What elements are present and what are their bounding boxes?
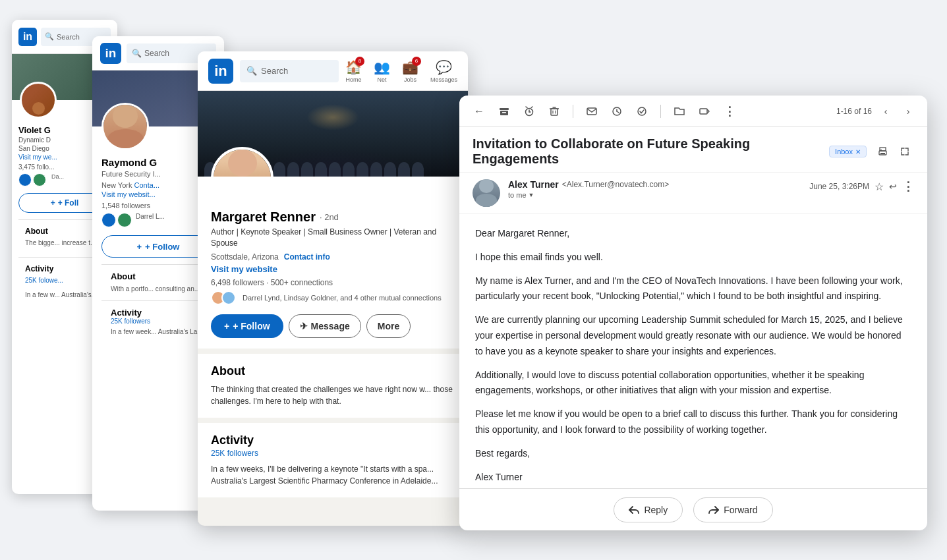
activity-text-2: In a few week... Australia's Lar... [111, 327, 206, 337]
follow-label-1: + Foll [58, 198, 79, 208]
svg-line-7 [531, 107, 532, 108]
contact-info-link[interactable]: Contact info [284, 252, 330, 262]
search-placeholder-1: Search [57, 33, 80, 41]
activity-followers-3: 25K followers [211, 449, 455, 458]
crowd-head [273, 162, 285, 177]
inbox-badge: Inbox ✕ [829, 146, 867, 157]
print-button[interactable] [873, 142, 892, 161]
nav-jobs[interactable]: 💼 6 Jobs [402, 59, 418, 83]
card3-activity-section: Activity 25K followers In a few weeks, I… [198, 423, 468, 497]
svg-point-17 [638, 107, 646, 115]
search-placeholder-3: Search [261, 66, 288, 76]
svg-line-16 [617, 111, 619, 113]
mark-unread-button[interactable] [583, 102, 601, 121]
email-para2: My name is Alex Turner, and and I'm the … [475, 273, 911, 305]
nav-messages[interactable]: 💬 Messages [430, 59, 457, 83]
next-page-button[interactable]: › [900, 103, 917, 120]
card3-about-section: About The thinking that created the chal… [198, 354, 468, 418]
avatar-3 [211, 147, 273, 177]
archive-button[interactable] [495, 102, 513, 121]
activity-title-2: Activity [111, 308, 206, 318]
activity-followers-2: 25K followers [111, 318, 206, 325]
to-me-row[interactable]: to me ▼ [508, 191, 801, 199]
trash-button[interactable] [545, 102, 563, 121]
search-bar-3[interactable]: 🔍 Search [240, 60, 339, 82]
more-message-button[interactable]: ⋮ [902, 179, 914, 194]
mutual-avatar-3 [101, 213, 116, 227]
mutual-avatar-1 [18, 173, 32, 186]
to-me-dropdown-icon: ▼ [529, 192, 534, 198]
connection-badge: · 2nd [320, 212, 339, 222]
linkedin-logo-1: in [18, 28, 37, 46]
about-text-3: The thinking that created the challenges… [211, 383, 455, 407]
clock-button[interactable] [608, 102, 626, 121]
sender-email: <Alex.Turner@novatech.com> [562, 180, 669, 189]
email-para1: I hope this email finds you well. [475, 250, 911, 266]
message-button-main[interactable]: ✈ Message [289, 314, 361, 338]
card3-profile: Margaret Renner · 2nd Author | Keynote S… [198, 177, 468, 349]
crowd-head [357, 162, 368, 177]
search-placeholder-2: Search [144, 49, 169, 58]
reply-label: Reply [644, 505, 668, 515]
avatar-2 [101, 103, 149, 150]
message-label-main: Message [311, 321, 350, 331]
email-footer: Reply Forward [459, 488, 927, 530]
website-link[interactable]: Visit my website [211, 264, 455, 274]
follow-plus-icon-2: + [137, 242, 142, 252]
crowd-head [384, 162, 396, 177]
snooze-button[interactable] [520, 102, 538, 121]
check-circle-button[interactable] [633, 102, 651, 121]
more-button-main[interactable]: More [366, 314, 411, 338]
follow-label-2: + Follow [145, 242, 179, 252]
card3-location: Scottsdale, Arizona [211, 252, 279, 262]
card2-mutual: Darrel L... [136, 213, 165, 227]
mutual-avatar-2 [33, 173, 46, 186]
activity-post-3: In a few weeks, I'll be delivering a key… [211, 463, 455, 487]
back-button[interactable]: ← [470, 102, 488, 121]
nav-home[interactable]: 🏠 8 Home [345, 59, 362, 83]
nav-network[interactable]: 👥 Net [374, 59, 390, 83]
email-para3: We are currently planning our upcoming L… [475, 312, 911, 359]
forward-button[interactable]: Forward [693, 497, 772, 522]
follow-plus-icon-1: + [51, 198, 55, 208]
star-button[interactable]: ☆ [875, 181, 884, 193]
reply-icon-button[interactable]: ↩ [889, 181, 897, 192]
label-button[interactable] [695, 102, 714, 121]
card3-headline: Author | Keynote Speaker | Small Busines… [211, 227, 455, 249]
email-toolbar: ← [459, 96, 927, 127]
email-action-icons [873, 142, 914, 161]
card3-followers: 6,498 followers · 500+ connections [211, 278, 455, 287]
card3-location-row: Scottsdale, Arizona Contact info [211, 252, 455, 262]
svg-rect-13 [587, 108, 596, 115]
message-plane-icon: ✈ [300, 321, 308, 331]
move-to-button[interactable] [670, 102, 689, 121]
follow-button-main[interactable]: + + Follow [211, 314, 283, 338]
card2-contact[interactable]: Conta... [134, 181, 160, 189]
card3-mutual-row: Darrel Lynd, Lindsay Goldner, and 4 othe… [211, 291, 455, 305]
linkedin-card-3: in 🔍 Search 🏠 8 Home 👥 Net 💼 6 [198, 51, 468, 526]
to-me-text: to me [508, 191, 527, 199]
follow-label-main: + Follow [233, 321, 270, 331]
mutual-text: Darrel Lynd, Lindsay Goldner, and 4 othe… [243, 294, 442, 302]
avatar-wrap-1 [20, 82, 57, 119]
reply-button[interactable]: Reply [614, 497, 683, 522]
expand-button[interactable] [896, 142, 914, 161]
mutual-avatars [211, 291, 232, 305]
sender-info: Alex Turner <Alex.Turner@novatech.com> t… [508, 179, 801, 199]
home-badge: 8 [355, 57, 364, 66]
forward-label: Forward [724, 505, 757, 515]
crowd-head [412, 162, 424, 177]
about-text-2: With a portfo... consulting an... [111, 284, 206, 294]
jobs-badge: 6 [412, 57, 421, 66]
prev-page-button[interactable]: ‹ [877, 103, 894, 120]
toolbar-divider-2 [660, 105, 661, 118]
inbox-badge-close[interactable]: ✕ [855, 148, 861, 155]
more-toolbar-button[interactable]: ⋮ [720, 102, 739, 121]
crowd-head [370, 162, 382, 177]
email-panel: ← [459, 96, 927, 530]
linkedin-logo-3: in [208, 59, 233, 84]
crowd-head [315, 162, 327, 177]
avatar-wrap-3 [211, 147, 273, 177]
about-title-2: About [111, 271, 206, 281]
avatar-wrap-2 [101, 103, 149, 150]
